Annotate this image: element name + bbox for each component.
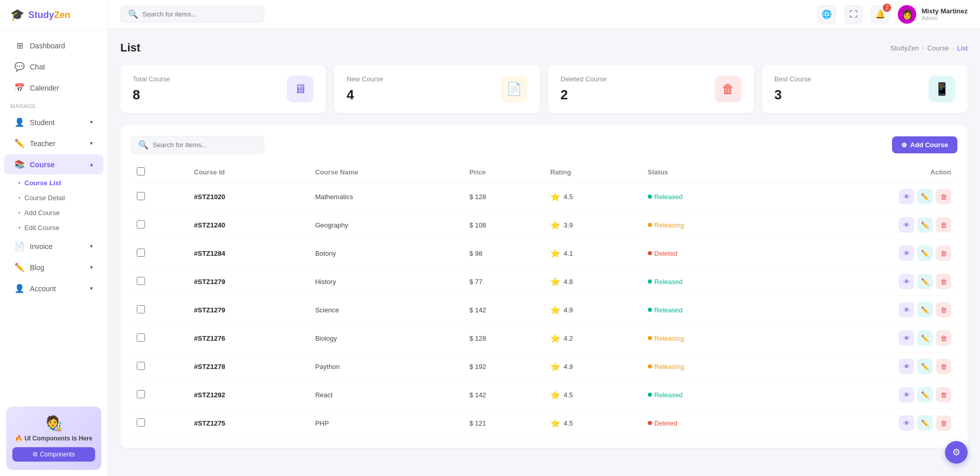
table-search[interactable]: 🔍 <box>131 136 264 154</box>
row-checkbox[interactable] <box>137 277 145 285</box>
delete-button[interactable]: 🗑 <box>936 274 951 289</box>
row-checkbox[interactable] <box>137 305 145 313</box>
avatar: 👩 <box>898 5 916 24</box>
row-checkbox[interactable] <box>137 418 145 427</box>
table-search-input[interactable] <box>153 141 257 149</box>
view-button[interactable]: 👁 <box>899 189 914 204</box>
delete-button[interactable]: 🗑 <box>936 189 951 204</box>
promo-button[interactable]: ⚙ Components <box>12 447 95 462</box>
row-rating: ⭐ 4.9 <box>544 296 641 324</box>
stat-value: 2 <box>560 87 607 103</box>
row-course-name: History <box>309 268 463 296</box>
add-course-button[interactable]: ⊕ Add Course <box>892 136 957 153</box>
row-course-id: #STZ1279 <box>188 296 309 324</box>
breadcrumb-sep-1: › <box>922 44 924 52</box>
row-checkbox[interactable] <box>137 362 145 370</box>
header-search[interactable]: 🔍 <box>120 6 264 23</box>
edit-button[interactable]: ✏️ <box>917 359 933 374</box>
row-checkbox[interactable] <box>137 192 145 200</box>
edit-button[interactable]: ✏️ <box>917 387 933 402</box>
translate-button[interactable]: 🌐 <box>818 5 836 24</box>
edit-button[interactable]: ✏️ <box>917 245 933 261</box>
notification-button[interactable]: 🔔 2 <box>871 5 890 24</box>
row-status: Released <box>642 381 777 409</box>
view-button[interactable]: 👁 <box>899 274 914 289</box>
sidebar-item-add-course[interactable]: Add Course <box>19 205 107 220</box>
delete-button[interactable]: 🗑 <box>936 217 951 233</box>
sidebar-item-course-list[interactable]: Course List <box>19 175 107 190</box>
row-checkbox[interactable] <box>137 390 145 398</box>
sidebar-item-student[interactable]: 👤 Student ▾ <box>4 112 103 132</box>
action-buttons: 👁 ✏️ 🗑 <box>783 415 951 431</box>
status-dot <box>648 195 652 199</box>
select-all-checkbox[interactable] <box>137 167 145 175</box>
sidebar-item-teacher[interactable]: ✏️ Teacher ▾ <box>4 133 103 153</box>
sidebar-item-invoice[interactable]: 📄 Invoice ▾ <box>4 236 103 256</box>
edit-button[interactable]: ✏️ <box>917 217 933 233</box>
row-status: Released <box>642 296 777 324</box>
sidebar-item-course-detail[interactable]: Course Detail <box>19 190 107 205</box>
chevron-down-icon: ▾ <box>90 140 93 147</box>
rating-value: 4.2 <box>564 334 573 342</box>
chat-icon: 💬 <box>14 62 25 72</box>
delete-button[interactable]: 🗑 <box>936 302 951 318</box>
edit-button[interactable]: ✏️ <box>917 330 933 346</box>
row-checkbox[interactable] <box>137 333 145 342</box>
row-checkbox[interactable] <box>137 220 145 228</box>
row-checkbox-cell <box>131 183 188 211</box>
row-status: Deleted <box>642 239 777 268</box>
delete-button[interactable]: 🗑 <box>936 330 951 346</box>
rating-value: 3.9 <box>564 221 573 229</box>
view-button[interactable]: 👁 <box>899 302 914 318</box>
delete-button[interactable]: 🗑 <box>936 415 951 431</box>
delete-button[interactable]: 🗑 <box>936 387 951 402</box>
fullscreen-button[interactable]: ⛶ <box>844 5 863 24</box>
sidebar-item-dashboard[interactable]: ⊞ Dashboard <box>4 36 103 56</box>
star-icon: ⭐ <box>550 418 560 428</box>
row-action: 👁 ✏️ 🗑 <box>777 211 957 239</box>
delete-button[interactable]: 🗑 <box>936 245 951 261</box>
view-button[interactable]: 👁 <box>899 359 914 374</box>
row-course-name: Science <box>309 296 463 324</box>
stat-icon: 📱 <box>934 82 950 96</box>
status-label: Releasing <box>655 221 684 229</box>
row-checkbox-cell <box>131 296 188 324</box>
view-button[interactable]: 👁 <box>899 330 914 346</box>
row-checkbox-cell <box>131 268 188 296</box>
status-dot <box>648 393 652 397</box>
sidebar-item-blog[interactable]: ✏️ Blog ▾ <box>4 257 103 277</box>
row-course-id: #STZ1278 <box>188 352 309 381</box>
sidebar-item-course[interactable]: 📚 Course ▴ <box>4 154 103 174</box>
fab-button[interactable]: ⚙ <box>945 441 968 464</box>
logo-zen: Zen <box>54 10 70 20</box>
chevron-down-icon: ▾ <box>90 264 93 271</box>
sidebar-item-calendar[interactable]: 📅 Calender <box>4 78 103 98</box>
status-badge: Released <box>648 306 683 314</box>
sidebar-item-account[interactable]: 👤 Account ▾ <box>4 278 103 298</box>
breadcrumb-sep-2: › <box>952 44 954 52</box>
sub-nav-label: Course Detail <box>25 194 65 202</box>
status-label: Released <box>655 306 683 314</box>
edit-button[interactable]: ✏️ <box>917 274 933 289</box>
edit-button[interactable]: ✏️ <box>917 302 933 318</box>
sidebar-item-edit-course[interactable]: Edit Course <box>19 220 107 235</box>
view-button[interactable]: 👁 <box>899 245 914 261</box>
status-dot <box>648 364 652 368</box>
row-course-id: #STZ1279 <box>188 268 309 296</box>
status-label: Released <box>655 278 683 286</box>
view-button[interactable]: 👁 <box>899 387 914 402</box>
view-button[interactable]: 👁 <box>899 415 914 431</box>
row-price: $ 108 <box>463 211 544 239</box>
col-checkbox <box>131 162 188 183</box>
row-checkbox[interactable] <box>137 249 145 257</box>
course-subnav: Course List Course Detail Add Course Edi… <box>0 175 107 235</box>
edit-button[interactable]: ✏️ <box>917 189 933 204</box>
star-icon: ⭐ <box>550 390 560 400</box>
breadcrumb: StudyZen › Course › List <box>891 44 968 52</box>
view-button[interactable]: 👁 <box>899 217 914 233</box>
sidebar-item-chat[interactable]: 💬 Chat <box>4 57 103 77</box>
delete-button[interactable]: 🗑 <box>936 359 951 374</box>
edit-button[interactable]: ✏️ <box>917 415 933 431</box>
star-icon: ⭐ <box>550 220 560 230</box>
header-search-input[interactable] <box>142 10 257 18</box>
